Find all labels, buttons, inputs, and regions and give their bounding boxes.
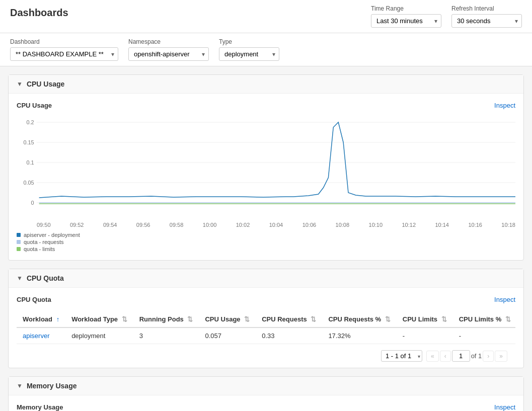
namespace-select[interactable]: openshift-apiserver [128,47,209,61]
cpu-quota-section: ▼ CPU Quota CPU Quota Inspect Workload ↑ [8,269,524,368]
cpu-usage-chart-header: CPU Usage Inspect [17,102,515,109]
x-label-12: 10:14 [435,222,449,228]
cpu-usage-chart-title: CPU Usage [17,102,52,109]
cpu-usage-svg: 0.2 0.15 0.1 0.05 0 [17,117,515,218]
namespace-select-wrapper: openshift-apiserver [128,47,209,61]
cpu-usage-header[interactable]: ▼ CPU Usage [9,75,523,94]
legend-label-0: apiserver - deployment [24,232,80,238]
memory-usage-chevron: ▼ [17,382,23,389]
th-cpu-limits-sort-icon: ⇅ [441,315,447,323]
th-cpu-usage-sort-icon: ⇅ [244,315,250,323]
cpu-quota-chevron: ▼ [17,275,23,282]
svg-text:0.2: 0.2 [27,119,34,125]
page-title: Dashboards [10,7,68,19]
time-controls: Time Range Last 5 minutes Last 15 minute… [371,5,522,28]
page-first-btn[interactable]: « [426,351,439,362]
page-info: 1 - 1 of 1 [381,350,422,362]
td-cpu-limits: - [397,327,453,344]
td-cpu-requests-pct: 17.32% [322,327,396,344]
legend-label-2: quota - limits [24,246,55,252]
x-label-11: 10:12 [402,222,416,228]
svg-text:0.1: 0.1 [27,159,34,166]
svg-text:0: 0 [31,200,34,206]
time-range-group: Time Range Last 5 minutes Last 15 minute… [371,5,441,28]
cpu-quota-header[interactable]: ▼ CPU Quota [9,269,523,288]
memory-usage-chart-header: Memory Usage Inspect [17,403,515,411]
type-select[interactable]: deployment [219,47,279,61]
page-number-input[interactable] [452,350,470,362]
cpu-usage-legend: apiserver - deployment quota - requests … [17,232,515,252]
workload-link[interactable]: apiserver [23,332,49,340]
th-cpu-limits-pct-label: CPU Limits % [459,315,502,323]
legend-label-1: quota - requests [24,239,64,245]
th-workload-type-label: Workload Type [71,315,118,323]
time-range-select[interactable]: Last 5 minutes Last 15 minutes Last 30 m… [371,14,441,28]
legend-dot-0 [17,233,21,237]
x-label-7: 10:04 [269,222,283,228]
th-cpu-usage-label: CPU Usage [205,315,240,323]
memory-usage-section: ▼ Memory Usage Memory Usage Inspect 953.… [8,376,524,411]
cpu-quota-chart-title: CPU Quota [17,296,51,303]
page-last-btn[interactable]: » [495,351,507,362]
svg-text:0.05: 0.05 [23,180,34,186]
x-label-13: 10:16 [468,222,482,228]
filter-bar: Dashboard ** DASHBOARD EXAMPLE ** Namesp… [0,33,532,66]
dashboard-filter-label: Dashboard [10,38,118,45]
th-cpu-limits[interactable]: CPU Limits ⇅ [397,311,453,327]
cpu-quota-section-title: CPU Quota [27,274,64,282]
table-row: apiserver deployment 3 0.057 0.33 17.32%… [17,327,515,344]
th-cpu-usage[interactable]: CPU Usage ⇅ [199,311,256,327]
th-cpu-limits-label: CPU Limits [403,315,437,323]
x-label-9: 10:08 [336,222,350,228]
refresh-interval-label: Refresh Interval [451,5,522,12]
cpu-quota-table: Workload ↑ Workload Type ⇅ Running Pods … [17,311,515,344]
th-cpu-limits-pct[interactable]: CPU Limits % ⇅ [453,311,515,327]
th-cpu-requests-label: CPU Requests [262,315,307,323]
legend-item-2: quota - limits [17,246,515,252]
cpu-usage-x-labels: 09:50 09:52 09:54 09:56 09:58 10:00 10:0… [17,222,515,228]
type-select-wrapper: deployment [219,47,279,61]
th-cpu-requests-pct-sort-icon: ⇅ [385,315,391,323]
page-prev-btn[interactable]: ‹ [440,351,451,362]
dashboard-select[interactable]: ** DASHBOARD EXAMPLE ** [10,47,118,61]
td-cpu-limits-pct: - [453,327,515,344]
refresh-interval-group: Refresh Interval Off 15 seconds 30 secon… [451,5,522,28]
cpu-quota-thead: Workload ↑ Workload Type ⇅ Running Pods … [17,311,515,327]
svg-text:0.15: 0.15 [23,139,34,145]
th-cpu-requests-pct[interactable]: CPU Requests % ⇅ [322,311,396,327]
refresh-interval-select-wrapper: Off 15 seconds 30 seconds 1 minute 5 min… [451,14,522,28]
cpu-quota-inspect-link[interactable]: Inspect [494,296,515,303]
cpu-usage-section: ▼ CPU Usage CPU Usage Inspect 0.2 0.15 [8,74,524,261]
x-label-2: 09:54 [103,222,117,228]
cpu-usage-section-title: CPU Usage [27,80,64,88]
th-running-pods[interactable]: Running Pods ⇅ [133,311,199,327]
th-workload-type[interactable]: Workload Type ⇅ [65,311,133,327]
th-cpu-requests[interactable]: CPU Requests ⇅ [256,311,322,327]
cpu-usage-inspect-link[interactable]: Inspect [494,102,515,109]
th-running-pods-sort-icon: ⇅ [187,315,193,323]
memory-usage-header[interactable]: ▼ Memory Usage [9,377,523,395]
dashboard-select-wrapper: ** DASHBOARD EXAMPLE ** [10,47,118,61]
page-range-select[interactable]: 1 - 1 of 1 [381,350,422,362]
dashboard-filter-group: Dashboard ** DASHBOARD EXAMPLE ** [10,38,118,61]
page-next-btn[interactable]: › [483,351,494,362]
refresh-interval-select[interactable]: Off 15 seconds 30 seconds 1 minute 5 min… [451,14,522,28]
memory-usage-chart-title: Memory Usage [17,403,63,411]
x-label-0: 09:50 [37,222,51,228]
page-of-label: of 1 [471,352,482,360]
time-range-select-wrapper: Last 5 minutes Last 15 minutes Last 30 m… [371,14,441,28]
time-range-label: Time Range [371,5,441,12]
cpu-quota-tbody: apiserver deployment 3 0.057 0.33 17.32%… [17,327,515,344]
namespace-filter-label: Namespace [128,38,209,45]
namespace-filter-group: Namespace openshift-apiserver [128,38,209,61]
th-cpu-requests-sort-icon: ⇅ [311,315,316,323]
td-cpu-requests: 0.33 [256,327,322,344]
td-workload: apiserver [17,327,65,344]
memory-usage-inspect-link[interactable]: Inspect [494,403,515,411]
cpu-quota-chart-header: CPU Quota Inspect [17,296,515,303]
th-workload[interactable]: Workload ↑ [17,311,65,327]
x-label-3: 09:56 [136,222,150,228]
th-workload-label: Workload [23,315,52,323]
th-cpu-requests-pct-label: CPU Requests % [328,315,381,323]
legend-dot-2 [17,247,21,251]
